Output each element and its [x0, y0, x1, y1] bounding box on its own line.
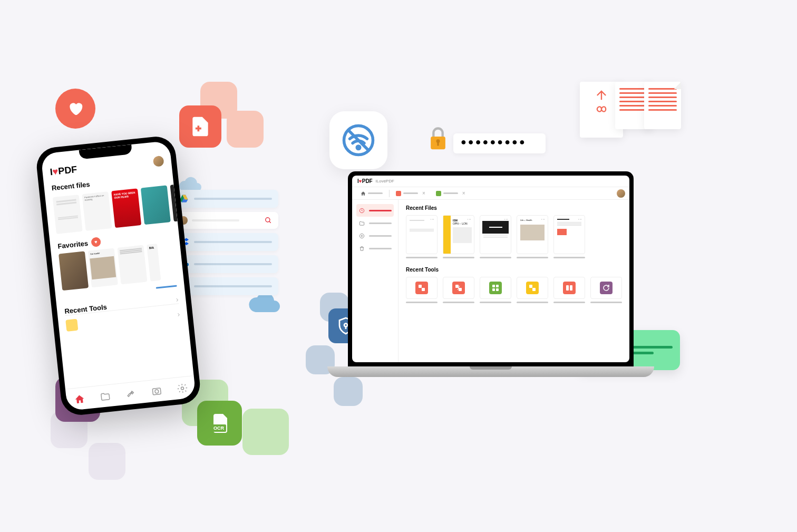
file-thumb[interactable] [141, 185, 171, 225]
more-icon[interactable]: ⋮ [467, 217, 472, 221]
file-card[interactable]: ⋮ISMOPN→ LON [443, 215, 474, 258]
sidebar-item-add[interactable] [356, 229, 394, 242]
section-title-recent-files: Recent Files [406, 205, 622, 211]
tool-card[interactable] [406, 277, 438, 303]
more-icon[interactable]: ⋮ [541, 217, 546, 221]
add-file-icon [179, 105, 221, 148]
plus-circle-icon [358, 233, 365, 239]
nav-tools[interactable] [124, 387, 137, 400]
clock-icon [358, 207, 365, 214]
close-icon[interactable]: × [422, 190, 425, 196]
ocr-icon: OCR [197, 401, 242, 446]
laptop-recent-files: ⋮ ⋮ISMOPN→ LON ⋮ ⋮Life + Health ⋮ [406, 215, 622, 258]
svg-rect-17 [152, 388, 161, 394]
nav-scan[interactable] [150, 384, 163, 397]
page-icon [644, 82, 681, 129]
file-thumb[interactable]: Pandemic's Effect on Housing [82, 191, 112, 231]
rotate-icon [600, 282, 613, 294]
deco-square [89, 443, 125, 480]
section-title-recent-tools: Recent Tools [406, 267, 622, 273]
svg-rect-22 [419, 285, 422, 288]
password-field[interactable]: ●●●●●●●●● [453, 133, 546, 153]
file-thumb[interactable]: MA [147, 244, 161, 282]
file-card[interactable]: ⋮Life + Health [517, 215, 548, 258]
logo: I♥PDF [50, 164, 78, 178]
svg-point-19 [181, 386, 183, 389]
more-icon[interactable]: ⋮ [430, 217, 435, 221]
tab-file-2[interactable]: × [432, 189, 470, 198]
chevron-right-icon[interactable]: › [176, 295, 179, 303]
tab-home[interactable] [356, 189, 387, 198]
svg-rect-24 [455, 285, 459, 288]
search-icon [265, 217, 272, 224]
laptop-recent-tools [406, 277, 622, 303]
deco-square [242, 409, 289, 455]
trash-icon [358, 245, 365, 252]
folder-icon [358, 220, 365, 226]
file-card[interactable]: ⋮ [480, 215, 511, 258]
svg-rect-32 [566, 285, 569, 291]
file-thumb[interactable] [59, 251, 89, 291]
nav-home[interactable] [73, 392, 85, 405]
svg-rect-26 [492, 285, 495, 287]
avatar[interactable] [617, 189, 625, 198]
laptop-main: Recent Files ⋮ ⋮ISMOPN→ LON ⋮ ⋮Life + He… [398, 200, 629, 362]
organize-icon [563, 282, 576, 294]
tool-card[interactable] [480, 277, 511, 303]
sidebar-item-trash[interactable] [356, 242, 394, 255]
file-thumb[interactable]: HAVE YOU SEEN OUR FILMS [111, 188, 141, 228]
nav-files[interactable] [99, 390, 111, 402]
nav-settings[interactable] [176, 382, 188, 394]
file-card[interactable]: ⋮ [406, 215, 438, 258]
svg-point-9 [344, 324, 347, 327]
svg-text:OCR: OCR [213, 425, 225, 431]
more-icon[interactable]: ⋮ [504, 217, 509, 221]
laptop-base [327, 366, 654, 377]
svg-rect-28 [492, 288, 495, 291]
app-name: iLovePDF [376, 179, 394, 183]
svg-rect-30 [529, 285, 532, 288]
sidebar-item-recent[interactable] [356, 204, 394, 217]
laptop-sidebar [352, 200, 398, 362]
heart-icon [55, 89, 95, 129]
split-icon [452, 282, 465, 294]
file-thumb[interactable] [53, 195, 83, 234]
svg-rect-29 [496, 288, 499, 291]
more-icon[interactable]: ⋮ [578, 217, 582, 221]
tool-card[interactable] [553, 277, 585, 303]
cloud-row-gdrive[interactable] [173, 190, 278, 208]
compress-icon [489, 282, 502, 294]
avatar[interactable] [153, 155, 164, 167]
chevron-right-icon: › [177, 309, 180, 318]
phone-bottom-nav [65, 375, 196, 411]
laptop-mockup: I♥PDF iLovePDF × × Recent Files [348, 171, 634, 377]
merge-icon [415, 282, 428, 294]
close-icon[interactable]: × [462, 190, 465, 196]
laptop-tabs: × × [352, 187, 629, 200]
svg-rect-25 [459, 288, 462, 291]
cloud-row-dropbox[interactable] [173, 233, 278, 251]
tool-card[interactable] [443, 277, 474, 303]
cloud-row-search[interactable] [173, 212, 278, 229]
heart-icon: ♥ [91, 237, 101, 247]
pages-stack [580, 82, 681, 138]
svg-rect-33 [570, 285, 572, 291]
svg-rect-23 [422, 288, 425, 291]
cloud-row-onedrive[interactable] [173, 255, 278, 273]
convert-icon [526, 282, 539, 294]
deco-square [227, 111, 264, 148]
svg-point-8 [357, 146, 360, 149]
svg-rect-12 [437, 142, 439, 146]
file-card[interactable]: ⋮ [553, 215, 585, 258]
file-thumb[interactable]: the reader [88, 248, 118, 288]
scroll-indicator [156, 285, 177, 288]
file-thumb[interactable] [117, 245, 147, 285]
sidebar-item-files[interactable] [356, 217, 394, 229]
lock-icon [427, 127, 449, 154]
offline-icon [329, 111, 387, 169]
tab-file-1[interactable]: × [392, 189, 430, 198]
file-thumb[interactable] [170, 184, 178, 222]
tool-card[interactable] [517, 277, 548, 303]
tool-card[interactable] [590, 277, 622, 303]
logo: I♥PDF [357, 178, 373, 184]
